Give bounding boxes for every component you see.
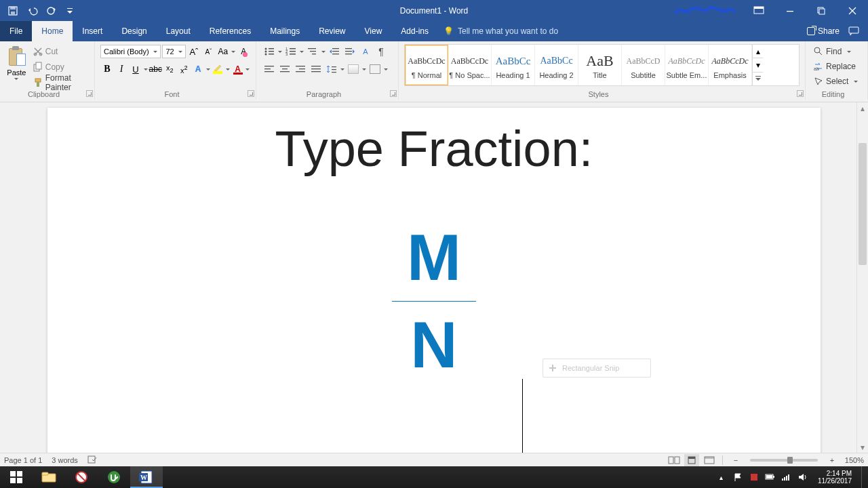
- tab-addins[interactable]: Add-ins: [391, 21, 438, 41]
- font-color-button[interactable]: A: [231, 62, 245, 77]
- document-area[interactable]: Type Fraction: M N Rectangular Snip: [0, 102, 868, 453]
- cut-button[interactable]: Cut: [31, 44, 89, 59]
- tray-volume-icon[interactable]: [797, 472, 808, 483]
- multilevel-dropdown[interactable]: [321, 51, 326, 53]
- change-case-button[interactable]: Aa: [216, 44, 229, 59]
- redo-icon[interactable]: [42, 3, 60, 19]
- justify-button[interactable]: [309, 62, 323, 77]
- shading-button[interactable]: [346, 62, 361, 77]
- grow-font-button[interactable]: Aˆ: [187, 44, 200, 59]
- paragraph-dialog-launcher[interactable]: [390, 90, 397, 97]
- font-name-combo[interactable]: Calibri (Body): [100, 45, 161, 58]
- text-effects-dropdown[interactable]: [205, 68, 210, 70]
- copy-button[interactable]: Copy: [31, 60, 89, 75]
- select-button[interactable]: Select: [811, 74, 862, 89]
- replace-button[interactable]: abReplace: [811, 59, 862, 74]
- increase-indent-button[interactable]: [342, 44, 357, 59]
- zoom-out-button[interactable]: −: [728, 454, 743, 466]
- minimize-button[interactable]: [774, 0, 806, 21]
- style-heading-1[interactable]: AaBbCcHeading 1: [492, 45, 535, 85]
- tray-clock[interactable]: 2:14 PM 11/26/2017: [814, 470, 856, 485]
- tab-file[interactable]: File: [0, 21, 32, 41]
- zoom-in-button[interactable]: +: [825, 454, 840, 466]
- tray-show-hidden-icon[interactable]: ▴: [716, 472, 727, 483]
- word-count[interactable]: 3 words: [52, 456, 78, 464]
- style-emphasis[interactable]: AaBbCcDcEmphasis: [709, 45, 752, 85]
- numbering-button[interactable]: 123: [283, 44, 298, 59]
- taskbar-explorer[interactable]: [33, 466, 65, 488]
- bullets-button[interactable]: [262, 44, 277, 59]
- numbering-dropdown[interactable]: [299, 51, 304, 53]
- web-layout-button[interactable]: [702, 454, 717, 466]
- proofing-icon[interactable]: [87, 455, 98, 466]
- change-case-dropdown[interactable]: [231, 51, 236, 53]
- underline-dropdown[interactable]: [143, 68, 148, 70]
- tab-layout[interactable]: Layout: [157, 21, 200, 41]
- tab-references[interactable]: References: [200, 21, 260, 41]
- tab-insert[interactable]: Insert: [73, 21, 112, 41]
- tab-view[interactable]: View: [355, 21, 392, 41]
- format-painter-button[interactable]: Format Painter: [31, 75, 89, 90]
- read-mode-button[interactable]: [667, 454, 682, 466]
- tray-network-icon[interactable]: [781, 472, 792, 483]
- style--normal[interactable]: AaBbCcDc¶ Normal: [405, 45, 448, 85]
- start-button[interactable]: [0, 466, 33, 488]
- save-icon[interactable]: [4, 3, 22, 19]
- clipboard-dialog-launcher[interactable]: [86, 90, 93, 97]
- strikethrough-button[interactable]: abc: [149, 62, 162, 77]
- line-spacing-dropdown[interactable]: [340, 68, 345, 70]
- line-spacing-button[interactable]: [324, 62, 339, 77]
- show-marks-button[interactable]: ¶: [374, 44, 389, 59]
- text-effects-button[interactable]: A: [191, 62, 205, 77]
- maximize-button[interactable]: [806, 0, 837, 21]
- style--no-spac-[interactable]: AaBbCcDc¶ No Spac...: [448, 45, 492, 85]
- tell-me-search[interactable]: 💡 Tell me what you want to do: [443, 21, 558, 41]
- share-button[interactable]: Share: [807, 26, 840, 36]
- tab-review[interactable]: Review: [309, 21, 355, 41]
- font-dialog-launcher[interactable]: [248, 90, 254, 97]
- tab-design[interactable]: Design: [112, 21, 156, 41]
- gallery-down[interactable]: ▾: [753, 58, 763, 72]
- find-button[interactable]: Find: [811, 44, 862, 59]
- vertical-scrollbar[interactable]: ▴ ▾: [856, 102, 868, 453]
- superscript-button[interactable]: x2: [177, 62, 191, 77]
- zoom-slider[interactable]: [750, 459, 818, 462]
- tray-security-icon[interactable]: [749, 472, 760, 483]
- tray-flag-icon[interactable]: [732, 472, 743, 483]
- sort-button[interactable]: A: [358, 44, 373, 59]
- underline-button[interactable]: U: [129, 62, 142, 77]
- undo-icon[interactable]: [23, 3, 41, 19]
- taskbar-app-1[interactable]: [65, 466, 98, 488]
- scroll-up-button[interactable]: ▴: [857, 102, 868, 114]
- comments-pane-icon[interactable]: [849, 26, 860, 36]
- align-left-button[interactable]: [262, 62, 277, 77]
- style-subtle-em-[interactable]: AaBbCcDcSubtle Em...: [665, 45, 709, 85]
- shading-dropdown[interactable]: [361, 68, 367, 70]
- font-size-combo[interactable]: 72: [162, 45, 186, 58]
- highlight-button[interactable]: [211, 62, 224, 77]
- decrease-indent-button[interactable]: [327, 44, 342, 59]
- gallery-up[interactable]: ▴: [753, 45, 763, 58]
- scroll-down-button[interactable]: ▾: [857, 441, 868, 453]
- zoom-level[interactable]: 150%: [845, 456, 864, 464]
- multilevel-list-button[interactable]: [305, 44, 320, 59]
- tab-home[interactable]: Home: [32, 21, 73, 41]
- styles-dialog-launcher[interactable]: [797, 90, 804, 97]
- ribbon-options-icon[interactable]: [743, 0, 774, 21]
- font-color-dropdown[interactable]: [245, 68, 250, 70]
- subscript-button[interactable]: x2: [163, 62, 176, 77]
- style-heading-2[interactable]: AaBbCcHeading 2: [535, 45, 578, 85]
- fraction-equation[interactable]: M N: [387, 225, 481, 378]
- style-subtitle[interactable]: AaBbCcDSubtitle: [622, 45, 665, 85]
- borders-dropdown[interactable]: [383, 68, 389, 70]
- close-button[interactable]: [837, 0, 868, 21]
- taskbar-word[interactable]: W: [130, 466, 163, 488]
- tray-battery-icon[interactable]: [765, 472, 776, 483]
- bold-button[interactable]: B: [100, 62, 114, 77]
- paste-button[interactable]: Paste: [5, 44, 28, 90]
- bullets-dropdown[interactable]: [277, 51, 283, 53]
- clear-formatting-button[interactable]: A: [237, 44, 250, 59]
- shrink-font-button[interactable]: Aˇ: [202, 44, 215, 59]
- page-indicator[interactable]: Page 1 of 1: [4, 456, 42, 464]
- style-title[interactable]: AaBTitle: [578, 45, 622, 85]
